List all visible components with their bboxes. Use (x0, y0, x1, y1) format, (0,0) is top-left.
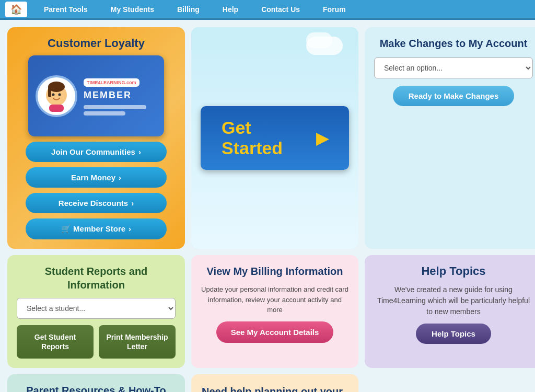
nav-forum[interactable]: Forum (311, 0, 357, 19)
navigation: 🏠 Parent Tools My Students Billing Help … (0, 0, 535, 20)
home-button[interactable]: 🏠 (5, 2, 27, 17)
parent-resources-card: Parent Resources & How-To Videos A colle… (7, 374, 185, 392)
see-account-details-button[interactable]: See My Account Details (216, 321, 334, 343)
join-communities-button[interactable]: Join Our Communities› (26, 142, 167, 162)
help-title: Help Topics (421, 264, 485, 278)
nav-items: Parent Tools My Students Billing Help Co… (32, 0, 530, 19)
billing-description: Update your personal information and cre… (201, 284, 349, 315)
print-membership-letter-button[interactable]: Print Membership Letter (99, 325, 176, 359)
earn-money-button[interactable]: Earn Money› (26, 167, 167, 188)
receive-discounts-button[interactable]: Receive Discounts› (26, 193, 167, 213)
ready-to-make-changes-button[interactable]: Ready to Make Changes (393, 86, 515, 106)
svg-rect-5 (49, 105, 64, 112)
resources-title: Parent Resources & How-To Videos (17, 384, 176, 392)
get-started-arrow-icon: ▶ (316, 129, 328, 147)
avatar-svg (41, 80, 72, 112)
help-topics-card: Help Topics We've created a new guide fo… (365, 255, 535, 368)
member-store-button[interactable]: 🛒 Member Store› (26, 218, 167, 239)
student-reports-card: Student Reports and Information Select a… (7, 255, 185, 368)
member-lines (84, 105, 146, 116)
svg-rect-2 (48, 87, 51, 97)
nav-my-students[interactable]: My Students (99, 0, 166, 19)
main-grid: Customer Loyalty (0, 20, 535, 392)
member-info: TIME4LEARNING.com MEMBER (84, 77, 146, 116)
home-icon: 🏠 (10, 4, 22, 15)
nav-billing[interactable]: Billing (166, 0, 211, 19)
membership-card: TIME4LEARNING.com MEMBER (28, 55, 164, 136)
nav-help[interactable]: Help (211, 0, 250, 19)
help-topics-button[interactable]: Help Topics (416, 324, 491, 344)
planning-title: Need help planning out your Time4Learnin… (202, 385, 348, 392)
svg-point-4 (59, 93, 61, 96)
planning-card: Need help planning out your Time4Learnin… (191, 374, 358, 392)
loyalty-title: Customer Loyalty (48, 37, 145, 50)
student-reports-title: Student Reports and Information (17, 264, 176, 292)
member-avatar (36, 75, 77, 117)
student-select[interactable]: Select a student... (17, 298, 176, 319)
member-label: MEMBER (84, 90, 146, 101)
help-description: We've created a new guide for using Time… (374, 284, 533, 317)
billing-card: View My Billing Information Update your … (191, 255, 358, 368)
nav-contact[interactable]: Contact Us (250, 0, 311, 19)
svg-point-3 (52, 93, 55, 96)
make-changes-card: Make Changes to My Account Select an opt… (365, 27, 535, 249)
get-student-reports-button[interactable]: Get Student Reports (17, 325, 94, 359)
get-started-card: Get Started ▶ (191, 27, 358, 249)
changes-title: Make Changes to My Account (380, 37, 528, 50)
changes-select[interactable]: Select an option... Update Email Change … (374, 57, 533, 78)
nav-parent-tools[interactable]: Parent Tools (32, 0, 99, 19)
get-started-banner[interactable]: Get Started ▶ (201, 106, 349, 170)
get-started-text: Get Started (222, 118, 311, 158)
member-logo: TIME4LEARNING.com (84, 78, 139, 87)
member-line-2 (84, 111, 125, 116)
billing-title: View My Billing Information (207, 264, 343, 278)
member-line-1 (84, 105, 146, 109)
customer-loyalty-card: Customer Loyalty (7, 27, 185, 249)
student-buttons: Get Student Reports Print Membership Let… (17, 325, 176, 359)
